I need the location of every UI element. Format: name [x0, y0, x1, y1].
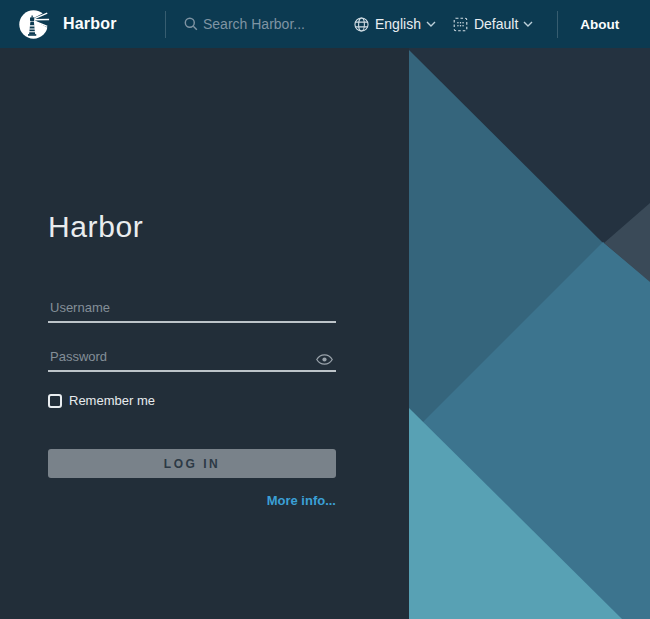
password-input[interactable] — [48, 347, 336, 370]
navbar-right: English Default — [353, 11, 650, 38]
chevron-down-icon — [426, 21, 436, 27]
username-input[interactable] — [48, 298, 336, 321]
password-field-wrapper — [48, 347, 336, 372]
theme-dropdown[interactable]: Default — [452, 16, 533, 33]
theme-label: Default — [474, 16, 518, 32]
language-dropdown[interactable]: English — [353, 16, 436, 33]
harbor-logo-icon — [17, 8, 50, 41]
main-area: Harbor Remember me LOG IN More — [0, 48, 650, 619]
search-icon — [183, 16, 199, 32]
remember-me-checkbox[interactable] — [48, 394, 62, 408]
header-navbar: Harbor English — [0, 0, 650, 48]
remember-me-row: Remember me — [48, 393, 336, 408]
more-info-link[interactable]: More info... — [267, 493, 336, 508]
chevron-down-icon — [523, 21, 533, 27]
background-art-panel — [409, 48, 650, 619]
about-link[interactable]: About — [580, 17, 619, 32]
username-field-wrapper — [48, 298, 336, 323]
login-panel: Harbor Remember me LOG IN More — [0, 48, 409, 619]
brand-group[interactable]: Harbor — [0, 8, 165, 41]
brand-title: Harbor — [63, 15, 117, 33]
triangles-background — [409, 48, 650, 619]
remember-me-label[interactable]: Remember me — [69, 393, 155, 408]
search-input[interactable] — [203, 16, 353, 32]
theme-grid-icon — [452, 16, 469, 33]
language-label: English — [375, 16, 421, 32]
login-title: Harbor — [48, 208, 336, 246]
login-button[interactable]: LOG IN — [48, 449, 336, 478]
search-group — [183, 16, 353, 32]
navbar-divider-right — [557, 11, 558, 38]
navbar-divider-left — [165, 11, 166, 38]
more-info-row: More info... — [48, 491, 336, 509]
globe-icon — [353, 16, 370, 33]
login-form: Harbor Remember me LOG IN More — [0, 48, 336, 509]
eye-icon[interactable] — [316, 354, 333, 365]
